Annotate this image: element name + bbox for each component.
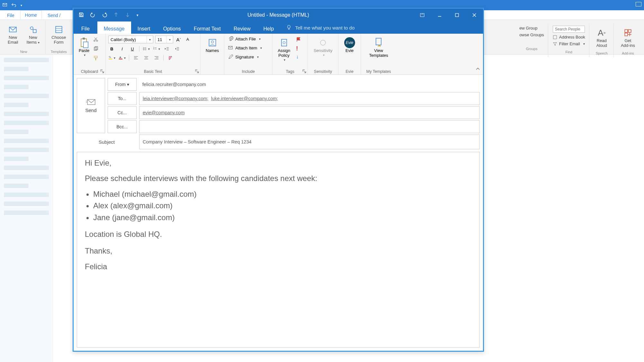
group-my-templates: View Templates My Templates — [361, 34, 396, 74]
align-center-icon[interactable] — [143, 54, 150, 61]
tab-review[interactable]: Review — [227, 22, 257, 34]
font-name-selector[interactable]: ▾ — [108, 36, 153, 43]
names-button[interactable]: Names — [203, 36, 221, 55]
bcc-button[interactable]: Bcc... — [108, 120, 137, 133]
tab-format-text[interactable]: Format Text — [187, 22, 227, 34]
high-importance-icon[interactable]: ! — [296, 46, 301, 51]
tell-me-search[interactable]: Tell me what you want to do — [280, 22, 483, 34]
minimize-icon[interactable] — [431, 9, 448, 22]
paste-button[interactable]: Paste — [76, 36, 92, 58]
compose-ribbon-tabs: File Message Insert Options Format Text … — [74, 22, 483, 34]
highlight-icon[interactable] — [108, 54, 115, 61]
send-button[interactable]: Send — [77, 78, 105, 133]
folder-pane[interactable] — [0, 55, 53, 362]
svg-rect-53 — [282, 39, 287, 46]
evie-button[interactable]: Evie Evie — [341, 36, 358, 55]
attach-file-button[interactable]: Attach File — [227, 36, 270, 42]
signature-button[interactable]: Signature — [227, 54, 270, 60]
tab-help[interactable]: Help — [257, 22, 281, 34]
subject-field[interactable]: Company Interview – Software Engineer – … — [139, 134, 480, 149]
to-button[interactable]: To... — [108, 92, 137, 105]
shrink-font-icon[interactable]: A — [184, 36, 191, 43]
new-email-button[interactable]: New Email — [5, 22, 21, 46]
close-icon[interactable] — [466, 9, 483, 22]
restore-window-icon[interactable] — [636, 2, 641, 6]
collapse-ribbon-icon[interactable] — [475, 66, 480, 73]
dialog-launcher-icon[interactable] — [195, 69, 199, 73]
browse-groups-button[interactable]: owse Groups — [519, 32, 544, 37]
svg-rect-7 — [553, 35, 557, 39]
get-addins-button[interactable]: Get Add-ins — [618, 26, 638, 49]
svg-rect-13 — [455, 13, 459, 17]
sensitivity-button[interactable]: Sensitivity — [310, 36, 335, 58]
cut-icon[interactable] — [93, 37, 98, 43]
list-item: Michael (michael@gmail.com) — [93, 189, 472, 199]
align-right-icon[interactable] — [153, 54, 160, 61]
cc-button[interactable]: Cc... — [108, 106, 137, 119]
from-button[interactable]: From ▾ — [108, 78, 137, 91]
read-aloud-button[interactable]: A» Read Aloud — [594, 26, 610, 49]
svg-rect-56 — [376, 38, 381, 45]
qat-more-icon[interactable]: ▾ — [21, 4, 22, 7]
body-greeting: Hi Evie, — [85, 158, 472, 168]
body-thanks: Thanks, — [85, 246, 472, 256]
bcc-field[interactable] — [139, 120, 480, 133]
clear-formatting-icon[interactable] — [167, 54, 174, 61]
send-mail-icon — [85, 99, 96, 106]
new-group-button[interactable]: ew Group — [519, 26, 537, 30]
copy-icon[interactable] — [93, 46, 98, 52]
undo-icon[interactable] — [90, 12, 95, 18]
svg-rect-38 — [109, 59, 112, 59]
address-book-button[interactable]: Address Book — [553, 35, 585, 39]
font-size-selector[interactable]: ▾ — [155, 36, 173, 43]
view-templates-button[interactable]: View Templates — [363, 36, 394, 59]
tab-options[interactable]: Options — [157, 22, 187, 34]
grow-font-icon[interactable]: A˄ — [175, 36, 182, 43]
bullets-icon[interactable] — [143, 45, 150, 52]
bold-button[interactable]: B — [108, 45, 115, 52]
outlook-icon — [3, 3, 7, 8]
tab-send[interactable]: Send / — [43, 11, 65, 20]
redo-icon[interactable] — [102, 12, 107, 18]
group-names: Names — [201, 34, 224, 74]
tab-file[interactable]: File — [3, 11, 19, 20]
decrease-indent-icon[interactable] — [163, 45, 170, 52]
lightbulb-icon — [286, 25, 292, 30]
tab-file[interactable]: File — [74, 22, 97, 34]
svg-rect-16 — [83, 42, 88, 48]
format-painter-icon[interactable] — [93, 56, 98, 62]
main-ribbon-right: ew Group owse Groups Groups Address Book… — [515, 24, 641, 57]
tab-insert[interactable]: Insert — [131, 22, 157, 34]
numbering-icon[interactable]: 12 — [153, 45, 160, 52]
increase-indent-icon[interactable] — [174, 45, 181, 52]
underline-button[interactable]: U — [129, 45, 136, 52]
align-left-icon[interactable] — [132, 54, 139, 61]
message-body[interactable]: Hi Evie, Please schedule interviews with… — [77, 152, 480, 348]
filter-email-button[interactable]: Filter Email — [553, 41, 585, 46]
to-field[interactable]: leia.interviewer@company.com; luke.inter… — [139, 92, 480, 105]
maximize-icon[interactable] — [448, 9, 466, 22]
attach-item-button[interactable]: Attach Item — [227, 45, 270, 51]
save-icon[interactable] — [79, 12, 84, 18]
undo-icon[interactable] — [12, 3, 16, 8]
group-find: Address Book Filter Email Find — [549, 24, 589, 57]
body-signature: Felicia — [85, 262, 472, 272]
pen-icon — [228, 54, 233, 59]
mail-attach-icon — [228, 45, 233, 50]
low-importance-icon[interactable]: ↓ — [296, 54, 301, 60]
tab-home[interactable]: Home — [20, 10, 42, 20]
italic-button[interactable]: I — [119, 45, 126, 52]
customize-qat-icon[interactable]: ▾ — [137, 13, 139, 17]
dialog-launcher-icon[interactable] — [100, 69, 104, 73]
assign-policy-button[interactable]: Assign Policy — [275, 36, 293, 63]
tab-message[interactable]: Message — [97, 22, 131, 34]
font-color-icon[interactable]: A — [119, 54, 126, 61]
dialog-launcher-icon[interactable] — [302, 69, 306, 73]
choose-form-button[interactable]: Choose Form — [49, 22, 68, 46]
search-people-input[interactable] — [553, 26, 585, 33]
new-items-button[interactable]: New Items — [24, 22, 42, 46]
ribbon-display-icon[interactable] — [414, 9, 431, 22]
cc-field[interactable]: evie@company.com — [139, 106, 480, 119]
follow-up-flag-icon[interactable] — [296, 37, 301, 43]
svg-rect-40 — [119, 59, 123, 59]
